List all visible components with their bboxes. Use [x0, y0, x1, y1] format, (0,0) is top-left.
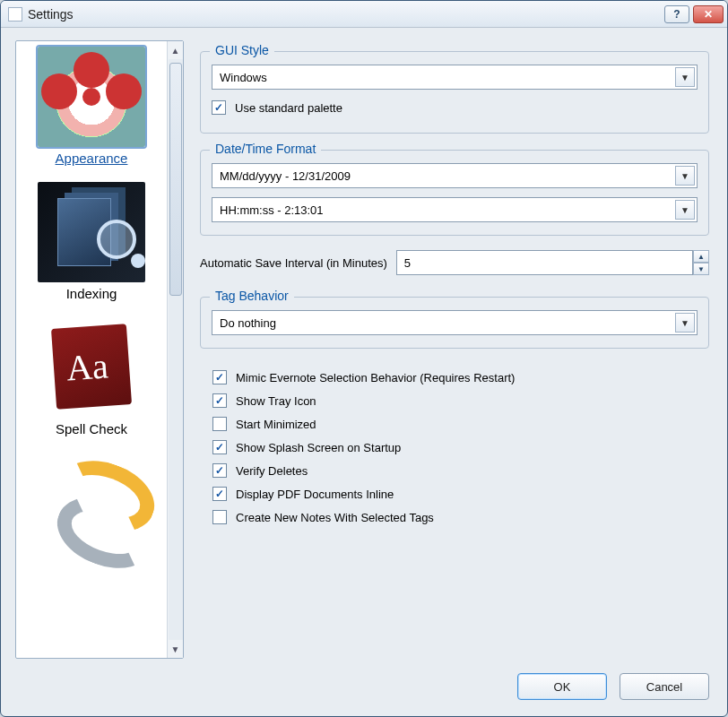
checkbox-label: Create New Notes With Selected Tags — [236, 511, 434, 524]
chevron-down-icon[interactable]: ▼ — [675, 67, 695, 87]
category-label: Spell Check — [56, 421, 127, 436]
titlebar[interactable]: Settings ? ✕ — [1, 1, 727, 28]
time-format-select[interactable]: HH:mm:ss - 2:13:01 ▼ — [212, 197, 698, 222]
date-format-select[interactable]: MM/dd/yyyy - 12/31/2009 ▼ — [212, 163, 698, 188]
category-label: Indexing — [66, 286, 117, 301]
checkbox-label: Show Splash Screen on Startup — [236, 441, 401, 454]
category-sidebar: Appearance Indexing Spell Check ▲ — [15, 40, 184, 659]
autosave-row: Automatic Save Interval (in Minutes) 5 ▲… — [200, 250, 709, 275]
cancel-label: Cancel — [646, 680, 682, 694]
help-button[interactable]: ? — [664, 5, 689, 23]
category-list[interactable]: Appearance Indexing Spell Check — [16, 41, 167, 658]
group-datetime: Date/Time Format MM/dd/yyyy - 12/31/2009… — [200, 150, 709, 236]
category-sync[interactable] — [22, 453, 161, 557]
options-checkboxes: ✓Mimic Evernote Selection Behavior (Requ… — [200, 358, 709, 533]
tag-behavior-select[interactable]: Do nothing ▼ — [212, 310, 698, 335]
time-format-value: HH:mm:ss - 2:13:01 — [220, 203, 324, 217]
spinner-up-icon[interactable]: ▲ — [693, 250, 709, 263]
show-splash-checkbox[interactable]: ✓ — [212, 440, 227, 454]
category-appearance[interactable]: Appearance — [22, 47, 161, 166]
close-button[interactable]: ✕ — [693, 5, 724, 23]
settings-window: Settings ? ✕ Appearance Indexing Spell C… — [0, 0, 728, 717]
sync-icon — [38, 453, 145, 553]
app-icon — [8, 7, 22, 22]
group-gui-style: GUI Style Windows ▼ ✓ Use standard palet… — [200, 51, 709, 134]
indexing-icon — [38, 182, 145, 282]
group-title: GUI Style — [210, 43, 274, 57]
category-spellcheck[interactable]: Spell Check — [22, 317, 161, 436]
use-standard-palette-label: Use standard palette — [235, 101, 342, 115]
scroll-down-icon[interactable]: ▼ — [169, 642, 182, 656]
window-title: Settings — [28, 7, 664, 22]
checkbox-label: Verify Deletes — [236, 464, 308, 478]
dialog-footer: OK Cancel — [1, 659, 727, 716]
use-standard-palette-checkbox[interactable]: ✓ — [212, 100, 226, 115]
checkbox-label: Show Tray Icon — [236, 394, 316, 408]
sidebar-scrollbar[interactable]: ▲ ▼ — [167, 41, 183, 658]
start-minimized-checkbox[interactable] — [212, 417, 227, 431]
cancel-button[interactable]: Cancel — [620, 673, 709, 700]
show-tray-icon-checkbox[interactable]: ✓ — [212, 393, 227, 408]
autosave-interval-spinner[interactable]: 5 ▲ ▼ — [396, 250, 709, 275]
gui-style-select[interactable]: Windows ▼ — [212, 65, 698, 90]
scroll-track[interactable] — [169, 59, 183, 640]
group-title: Date/Time Format — [210, 142, 321, 156]
chevron-down-icon[interactable]: ▼ — [675, 166, 695, 186]
group-tag-behavior: Tag Behavior Do nothing ▼ — [200, 297, 709, 349]
display-pdf-inline-checkbox[interactable]: ✓ — [212, 487, 227, 501]
tag-behavior-value: Do nothing — [220, 316, 276, 330]
create-notes-tags-checkbox[interactable] — [212, 510, 227, 524]
spellcheck-icon — [38, 317, 145, 418]
checkbox-label: Start Minimized — [236, 418, 316, 431]
gui-style-value: Windows — [220, 71, 267, 84]
client-area: Appearance Indexing Spell Check ▲ — [1, 28, 727, 659]
category-label: Appearance — [56, 151, 128, 166]
category-indexing[interactable]: Indexing — [22, 182, 161, 301]
verify-deletes-checkbox[interactable]: ✓ — [212, 463, 227, 478]
ok-button[interactable]: OK — [517, 673, 607, 700]
settings-panel: GUI Style Windows ▼ ✓ Use standard palet… — [200, 40, 713, 659]
scroll-thumb[interactable] — [169, 63, 182, 296]
date-format-value: MM/dd/yyyy - 12/31/2009 — [220, 169, 351, 183]
chevron-down-icon[interactable]: ▼ — [675, 313, 695, 333]
spinner-down-icon[interactable]: ▼ — [693, 263, 709, 275]
chevron-down-icon[interactable]: ▼ — [675, 200, 695, 220]
autosave-value[interactable]: 5 — [396, 250, 693, 275]
checkbox-label: Display PDF Documents Inline — [236, 488, 394, 501]
group-title: Tag Behavior — [210, 289, 294, 303]
ok-label: OK — [554, 680, 571, 694]
appearance-icon — [38, 47, 145, 147]
autosave-label: Automatic Save Interval (in Minutes) — [200, 256, 387, 270]
scroll-up-icon[interactable]: ▲ — [169, 43, 182, 57]
checkbox-label: Mimic Evernote Selection Behavior (Requi… — [236, 371, 515, 384]
mimic-evernote-checkbox[interactable]: ✓ — [212, 370, 227, 384]
